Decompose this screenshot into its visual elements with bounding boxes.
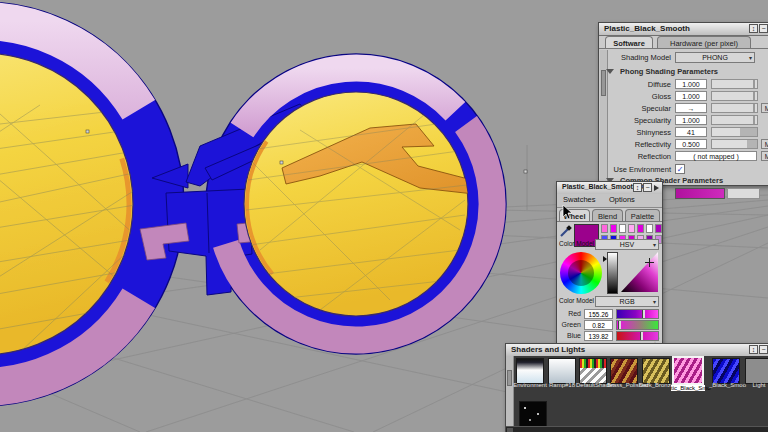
shader-thumb-ramp[interactable] [548, 358, 576, 384]
blue-value[interactable]: 139.82 [584, 331, 613, 341]
shader-label: Environment [513, 382, 547, 388]
shader-label: Brass_Polished [607, 382, 641, 388]
shader-label: _Black_Smoo [709, 382, 743, 388]
green-slider[interactable] [616, 320, 659, 330]
shader-thumb-light2[interactable] [519, 401, 547, 427]
phong-shader-panel: Plastic_Black_Smooth ↕ − Software Hardwa… [598, 22, 768, 186]
param-row-shinyness: Shinyness 41 [599, 127, 768, 139]
tab-baseline [599, 48, 768, 49]
use-environment-checkbox[interactable]: ✓ [675, 164, 685, 174]
sv-crosshair [645, 258, 654, 267]
menu-swatches[interactable]: Swatches [563, 195, 596, 204]
resize-icon[interactable]: ↕ [749, 24, 758, 33]
shaders-scrollbar[interactable] [506, 356, 514, 426]
red-value[interactable]: 155.26 [584, 309, 613, 319]
specular-map-button[interactable]: Map [761, 103, 768, 113]
shader-thumb-brass[interactable] [610, 358, 638, 384]
param-row-diffuse: Diffuse 1.000 [599, 79, 768, 91]
hue-wheel-inner [568, 260, 594, 286]
shaders-horizontal-scrollbar[interactable] [506, 426, 768, 432]
color-model-rgb-dropdown[interactable]: RGB [595, 296, 659, 307]
shader-thumb-environment[interactable] [516, 358, 544, 384]
param-row-specularity: Specularity 1.000 [599, 115, 768, 127]
shader-thumb-bronze[interactable] [642, 358, 670, 384]
reflectivity-slider[interactable] [711, 139, 758, 149]
shader-thumb-blue-black-smooth[interactable] [712, 358, 740, 384]
resize-icon[interactable]: ↕ [749, 345, 758, 354]
color-slider-track[interactable] [727, 188, 760, 199]
reflectivity-map-button[interactable]: Map [761, 139, 768, 149]
value-bar[interactable] [607, 252, 618, 294]
red-slider[interactable] [616, 309, 659, 319]
menu-options[interactable]: Options [609, 195, 635, 204]
value-bar-handle[interactable] [603, 256, 607, 262]
shader-label: Light [742, 382, 768, 388]
shaders-panel-title: Shaders and Lights [511, 345, 585, 354]
color-model-label: Color Model [559, 297, 594, 304]
green-channel-row: Green 0.82 [557, 320, 662, 331]
shader-thumb-plastic-black-smooth[interactable] [672, 356, 704, 385]
param-row-reflectivity: Reflectivity 0.500 Map [599, 139, 768, 151]
reflection-map-button[interactable]: Map [761, 151, 768, 161]
shaders-content: Environment Ramp#18 DefaultShader Brass_… [506, 356, 768, 432]
param-row-reflection: Reflection ( not mapped ) Map [599, 151, 768, 163]
shader-thumb-light[interactable] [745, 358, 768, 384]
use-environment-row: Use Environment ✓ [599, 164, 768, 176]
gloss-slider[interactable] [711, 91, 758, 101]
specularity-value[interactable]: 1.000 [675, 115, 707, 125]
shaders-scrollbar-thumb[interactable] [507, 370, 512, 386]
param-row-gloss: Gloss 1.000 [599, 91, 768, 103]
reflectivity-value[interactable]: 0.500 [675, 139, 707, 149]
resize-icon[interactable]: ↕ [633, 183, 642, 192]
shinyness-slider[interactable] [711, 127, 758, 137]
phong-titlebar[interactable]: Plastic_Black_Smooth ↕ − [599, 23, 768, 36]
shaders-lights-panel: Shaders and Lights ↕ − Environment Ramp#… [505, 343, 768, 432]
param-row-specular: Specular → Map [599, 103, 768, 115]
color-model-label: Color Model [559, 240, 594, 247]
shading-model-dropdown[interactable]: PHONG [675, 52, 755, 63]
diffuse-slider[interactable] [711, 79, 758, 89]
color-slider-partial[interactable] [675, 188, 725, 199]
shader-label: Dark_Bronze_Glo [639, 382, 673, 388]
shader-label: DefaultShader [576, 382, 610, 388]
gloss-value[interactable]: 1.000 [675, 91, 707, 101]
red-channel-row: Red 155.26 [557, 309, 662, 320]
eyedropper-icon[interactable] [559, 224, 572, 238]
shader-label-selected: tic_Black_Smo [671, 385, 705, 391]
section-phong-params[interactable]: Phong Shading Parameters [606, 67, 718, 76]
color-model-hsv-dropdown[interactable]: HSV [595, 239, 659, 250]
specularity-slider[interactable] [711, 115, 758, 125]
resize-grip[interactable]: ⋰ [654, 336, 661, 343]
shinyness-value[interactable]: 41 [675, 127, 707, 137]
blue-channel-row: Blue 139.82 [557, 331, 662, 342]
shader-label: Ramp#18 [545, 382, 579, 388]
minimize-icon[interactable]: − [643, 183, 652, 192]
shader-thumb-defaultshader[interactable] [579, 358, 607, 384]
reflection-value[interactable]: ( not mapped ) [675, 151, 757, 161]
minimize-icon[interactable]: − [759, 24, 768, 33]
funnel-icon [606, 69, 614, 74]
shading-model-label: Shading Model [607, 53, 671, 62]
specular-slider[interactable] [711, 103, 758, 113]
flyout-arrow-icon[interactable] [654, 185, 659, 191]
phong-panel-title: Plastic_Black_Smooth [604, 24, 690, 33]
specular-value[interactable]: → [675, 103, 707, 113]
green-value[interactable]: 0.82 [584, 320, 613, 330]
diffuse-value[interactable]: 1.000 [675, 79, 707, 89]
tab-baseline [557, 221, 662, 222]
blue-slider[interactable] [616, 331, 659, 341]
mouse-cursor [562, 205, 574, 221]
minimize-icon[interactable]: − [759, 345, 768, 354]
